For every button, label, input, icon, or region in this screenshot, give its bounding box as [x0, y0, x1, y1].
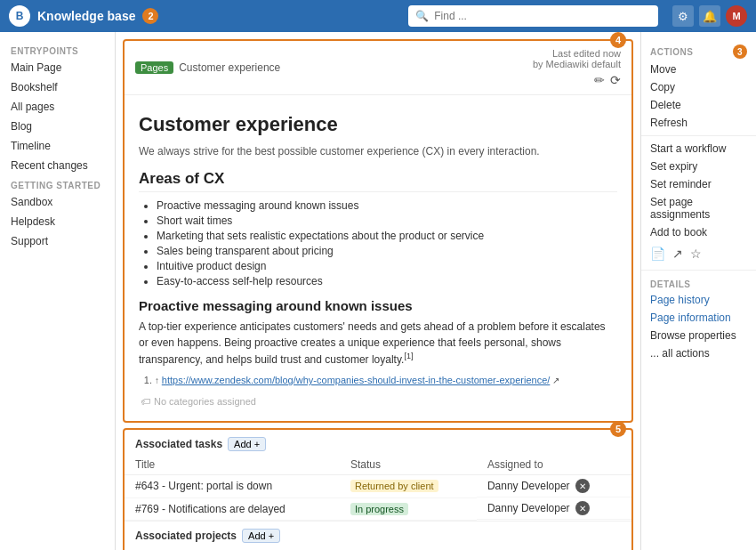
search-input[interactable] — [434, 10, 651, 22]
content-wrapper: 4 Pages Customer experience Last edited … — [116, 39, 640, 550]
content-area: 4 Pages Customer experience Last edited … — [116, 32, 640, 550]
share-icon[interactable]: ↗ — [672, 247, 683, 261]
section-proactive-title: Proactive messaging around known issues — [139, 298, 617, 313]
task-status-1: Returned by client — [340, 475, 477, 498]
task-assigned-2: Danny Developer✕ — [477, 497, 631, 520]
actions-section-label: ACTIONS 3 — [641, 39, 756, 61]
document-icon[interactable]: 📄 — [650, 247, 665, 261]
sidebar-section-getting-started: GETTING STARTED — [0, 175, 115, 192]
tasks-table: Title Status Assigned to #643 - Urgent: … — [125, 455, 631, 521]
region-badge-5: 5 — [610, 421, 626, 437]
tasks-label: Associated tasks — [135, 438, 222, 450]
list-item: Intuitive product design — [157, 260, 617, 272]
action-set-page-assignments[interactable]: Set page assignments — [641, 193, 756, 223]
footnotes: ↑ https://www.zendesk.com/blog/why-compa… — [139, 375, 617, 385]
history-icon[interactable]: ⟳ — [610, 73, 621, 87]
sidebar-item-support[interactable]: Support — [0, 231, 115, 251]
meta-action-buttons: ✏ ⟳ — [533, 73, 621, 87]
action-copy[interactable]: Copy — [641, 78, 756, 96]
gear-icon[interactable]: ⚙ — [672, 5, 694, 27]
breadcrumb-path: Customer experience — [179, 61, 280, 74]
col-status: Status — [340, 455, 477, 475]
tasks-header: Associated tasks Add + — [125, 430, 631, 455]
footnote-item: ↑ https://www.zendesk.com/blog/why-compa… — [155, 375, 617, 385]
breadcrumb: Pages Customer experience Last edited no… — [125, 41, 631, 95]
task-status-2: In progress — [340, 497, 477, 520]
tag-icon: 🏷 — [141, 396, 150, 407]
tasks-region: 5 Associated tasks Add + Title Status As… — [123, 428, 633, 550]
app-title: Knowledge base — [37, 9, 135, 23]
col-title: Title — [125, 455, 340, 475]
page-intro: We always strive for the best possible c… — [139, 145, 617, 158]
breadcrumb-tag[interactable]: Pages — [135, 61, 173, 74]
col-assigned: Assigned to — [477, 455, 631, 475]
action-delete[interactable]: Delete — [641, 96, 756, 114]
logo: B — [9, 5, 30, 27]
detail-all-actions[interactable]: ... all actions — [641, 344, 756, 362]
list-item: Sales being transparent about pricing — [157, 245, 617, 257]
search-container: 🔍 — [408, 5, 658, 27]
action-set-expiry[interactable]: Set expiry — [641, 158, 756, 175]
nav-badge: 2 — [142, 8, 158, 24]
search-icon: 🔍 — [415, 10, 429, 22]
sidebar-item-recent-changes[interactable]: Recent changes — [0, 156, 115, 175]
action-refresh[interactable]: Refresh — [641, 114, 756, 132]
sidebar-item-helpdesk[interactable]: Helpdesk — [0, 212, 115, 231]
panel-icon-row: 📄 ↗ ☆ — [641, 241, 756, 266]
task-assigned-1: Danny Developer✕ — [477, 475, 631, 497]
sidebar-item-bookshelf[interactable]: Bookshelf — [0, 77, 115, 97]
no-categories: 🏷 No categories assigned — [139, 392, 617, 410]
sidebar-item-blog[interactable]: Blog — [0, 117, 115, 136]
section-areas-title: Areas of CX — [139, 170, 617, 192]
action-set-reminder[interactable]: Set reminder — [641, 175, 756, 193]
sidebar-item-all-pages[interactable]: All pages — [0, 97, 115, 117]
section-proactive-body: A top-tier experience anticipates custom… — [139, 319, 617, 368]
action-start-workflow[interactable]: Start a workflow — [641, 140, 756, 158]
top-navigation: B Knowledge base 2 🔍 ⚙ 🔔 M — [0, 0, 756, 32]
action-add-to-book[interactable]: Add to book — [641, 223, 756, 241]
bell-icon[interactable]: 🔔 — [699, 5, 720, 27]
sidebar-item-sandbox[interactable]: Sandbox — [0, 192, 115, 212]
areas-list: Proactive messaging around known issues … — [139, 199, 617, 287]
last-edited: Last edited now — [533, 48, 621, 59]
actions-badge: 3 — [733, 44, 747, 59]
right-panel: ACTIONS 3 Move Copy Delete Refresh Start… — [640, 32, 756, 550]
page-main-content: Customer experience We always strive for… — [125, 95, 631, 421]
list-item: Easy-to-access self-help resources — [157, 275, 617, 287]
breadcrumb-region: 4 Pages Customer experience Last edited … — [123, 39, 633, 423]
task-remove-2[interactable]: ✕ — [575, 501, 590, 515]
details-section-label: DETAILS — [641, 274, 756, 291]
page-title: Customer experience — [139, 113, 617, 136]
list-item: Short wait times — [157, 214, 617, 227]
main-layout: ENTRYPOINTS Main Page Bookshelf All page… — [0, 32, 756, 550]
projects-add-button[interactable]: Add + — [242, 529, 280, 543]
projects-header: Associated projects Add + — [125, 521, 631, 546]
region-badge-4: 4 — [610, 32, 626, 48]
page-meta: Last edited now by Mediawiki default ✏ ⟳ — [533, 48, 621, 87]
star-icon[interactable]: ☆ — [690, 247, 702, 261]
detail-page-history[interactable]: Page history — [641, 291, 756, 309]
sidebar: ENTRYPOINTS Main Page Bookshelf All page… — [0, 32, 116, 550]
sidebar-item-main-page[interactable]: Main Page — [0, 58, 115, 77]
table-row: #769 - Notifications are delayed In prog… — [125, 497, 631, 520]
avatar[interactable]: M — [726, 5, 747, 27]
edited-by: by Mediawiki default — [533, 59, 621, 69]
action-move[interactable]: Move — [641, 61, 756, 78]
tasks-add-button[interactable]: Add + — [228, 437, 266, 451]
table-row: #643 - Urgent: portal is down Returned b… — [125, 475, 631, 498]
detail-browse-properties[interactable]: Browse properties — [641, 327, 756, 344]
projects-label: Associated projects — [135, 530, 237, 542]
task-title-1: #643 - Urgent: portal is down — [125, 475, 340, 498]
footnote-sup: [1] — [404, 352, 413, 360]
list-item: Proactive messaging around known issues — [157, 199, 617, 212]
task-title-2: #769 - Notifications are delayed — [125, 497, 340, 520]
detail-page-information[interactable]: Page information — [641, 309, 756, 327]
sidebar-section-entrypoints: ENTRYPOINTS — [0, 41, 115, 58]
edit-icon[interactable]: ✏ — [594, 73, 605, 87]
list-item: Marketing that sets realistic expectatio… — [157, 230, 617, 242]
footnote-link[interactable]: https://www.zendesk.com/blog/why-compani… — [162, 375, 551, 385]
no-projects: No related projects — [125, 546, 631, 551]
sidebar-item-timeline[interactable]: Timeline — [0, 136, 115, 156]
task-remove-1[interactable]: ✕ — [575, 479, 590, 493]
nav-right-icons: ⚙ 🔔 M — [672, 5, 747, 27]
